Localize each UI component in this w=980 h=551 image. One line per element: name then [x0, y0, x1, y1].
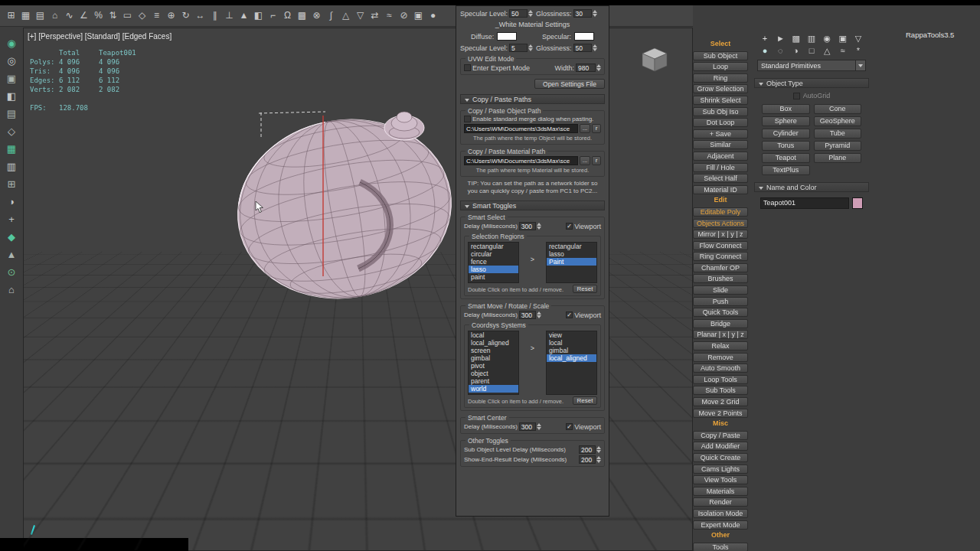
list-item[interactable]: gimbal	[469, 354, 518, 362]
left-toolbar-icon[interactable]: ⊞	[3, 176, 20, 194]
list-item[interactable]: paint	[469, 273, 518, 281]
viewcube-icon[interactable]	[641, 47, 668, 73]
tab-icon[interactable]: +	[759, 34, 771, 43]
toolbar-icon[interactable]: △	[338, 8, 353, 23]
list-item[interactable]: local	[547, 339, 596, 347]
left-toolbar-icon[interactable]: ◆	[3, 229, 20, 246]
rappatools-item[interactable]: Cams Lights	[693, 465, 748, 474]
category-icon[interactable]: ●	[759, 46, 771, 55]
rappatools-item[interactable]: Sub Tools	[693, 386, 748, 395]
left-toolbar-icon[interactable]: ◇	[3, 123, 20, 141]
primitive-button[interactable]: Box	[762, 104, 810, 114]
delay-field[interactable]: 300	[519, 422, 536, 431]
left-toolbar-icon[interactable]: ◧	[3, 88, 20, 106]
rappatools-item[interactable]: Grow Selection	[693, 84, 748, 93]
tab-icon[interactable]: ◉	[821, 34, 833, 44]
toolbar-icon[interactable]: Ω	[280, 8, 295, 23]
rappatools-item[interactable]: Loop	[693, 62, 748, 71]
object-type-rollout-header[interactable]: Object Type	[754, 78, 869, 88]
primitives-dropdown[interactable]: Standard Primitives	[757, 60, 866, 71]
tab-icon[interactable]: ▣	[837, 34, 849, 44]
toolbar-icon[interactable]: ●	[426, 8, 440, 23]
category-icon[interactable]: ≈	[837, 46, 849, 55]
coordsys-active-list[interactable]: viewlocalgimballocal_aligned	[546, 331, 597, 395]
left-toolbar-icon[interactable]: ⊙	[3, 264, 20, 282]
object-name-field[interactable]: Teapot001	[760, 197, 849, 209]
list-item[interactable]: parent	[469, 377, 518, 385]
list-item[interactable]: circular	[469, 250, 518, 258]
toolbar-icon[interactable]: ⊥	[222, 8, 237, 23]
list-item[interactable]: rectangular	[547, 243, 596, 250]
reset-button[interactable]: Reset	[573, 285, 597, 293]
material-path-r-button[interactable]: r	[592, 156, 601, 165]
rappatools-item[interactable]: Misc	[693, 419, 748, 429]
enter-expert-mode-checkbox[interactable]	[464, 64, 471, 71]
width-field[interactable]: 980	[576, 64, 596, 72]
material-path-field[interactable]: C:\Users\WM\Documents\3dsMax\sce	[464, 156, 578, 165]
list-item[interactable]: world	[469, 385, 518, 393]
list-item[interactable]: screen	[469, 347, 518, 354]
rappatools-item[interactable]: Dot Loop	[693, 118, 748, 127]
left-toolbar-icon[interactable]: ⌂	[3, 282, 20, 299]
rappatools-item[interactable]: Sub Obj Iso	[693, 107, 748, 116]
toolbar-icon[interactable]: ∠	[77, 8, 91, 23]
rappatools-item[interactable]: Sub Object	[693, 51, 748, 60]
spinner-arrows[interactable]	[596, 446, 601, 453]
tab-icon[interactable]: ▽	[852, 34, 864, 44]
specular-swatch[interactable]	[574, 32, 594, 41]
sub-object-delay-field[interactable]: 200	[579, 445, 596, 454]
toolbar-icon[interactable]: ∥	[207, 8, 222, 23]
rappatools-item[interactable]: Quick Tools	[693, 308, 748, 317]
left-toolbar-icon[interactable]: ▤	[3, 106, 20, 123]
toolbar-icon[interactable]: ◇	[135, 8, 149, 23]
toolbar-icon[interactable]: ⌂	[47, 8, 62, 23]
viewport-label[interactable]: [+] [Perspective] [Standard] [Edged Face…	[28, 32, 172, 41]
specular-level-field[interactable]: 50	[509, 9, 528, 18]
rappatools-item[interactable]: Editable Poly	[693, 207, 748, 217]
toolbar-icon[interactable]: %	[91, 8, 106, 23]
rappatools-item[interactable]: Relax	[693, 341, 748, 350]
list-item[interactable]: lasso	[469, 266, 518, 273]
copy-paste-paths-header[interactable]: Copy / Paste Paths	[460, 94, 605, 104]
toolbar-icon[interactable]: ↻	[178, 8, 193, 23]
primitive-button[interactable]: Sphere	[762, 116, 810, 126]
viewport-checkbox[interactable]: ✓	[566, 223, 573, 230]
toolbar-icon[interactable]: ⇅	[106, 8, 120, 23]
toolbar-icon[interactable]: ⌐	[266, 8, 280, 23]
rappatools-item[interactable]: Select	[693, 40, 748, 49]
primitive-button[interactable]: Plane	[814, 153, 862, 163]
left-toolbar-icon[interactable]: ◑	[3, 194, 20, 211]
spinner-arrows[interactable]	[537, 423, 541, 430]
toolbar-icon[interactable]: ⊕	[164, 8, 178, 23]
object-path-r-button[interactable]: r	[592, 124, 601, 133]
rappatools-item[interactable]: Fill / Hole	[693, 163, 748, 172]
viewport-checkbox[interactable]: ✓	[566, 311, 573, 318]
primitive-button[interactable]: Torus	[762, 141, 810, 151]
rappatools-item[interactable]: Brushes	[693, 274, 748, 283]
left-toolbar-icon[interactable]: ▥	[3, 158, 20, 176]
glossiness-field[interactable]: 50	[573, 44, 592, 52]
merge-dialog-checkbox[interactable]	[464, 116, 471, 122]
rappatools-item[interactable]: Objects Actions	[693, 219, 748, 228]
toolbar-icon[interactable]: ▲	[237, 8, 251, 23]
spinner-arrows[interactable]	[528, 44, 533, 51]
reset-button[interactable]: Reset	[573, 396, 597, 405]
category-icon[interactable]: △	[821, 46, 833, 56]
category-icon[interactable]: *	[852, 46, 864, 55]
spinner-arrows[interactable]	[596, 64, 601, 71]
rappatools-item[interactable]: Planar | x | y | z	[693, 330, 748, 339]
toolbar-icon[interactable]: ∿	[62, 8, 77, 23]
left-toolbar-icon[interactable]: ◎	[3, 53, 20, 70]
spinner-arrows[interactable]	[593, 44, 597, 51]
spinner-arrows[interactable]	[537, 311, 541, 318]
coordsys-available-list[interactable]: locallocal_alignedscreengimbalpivotobjec…	[468, 331, 519, 395]
show-end-result-delay-field[interactable]: 200	[579, 455, 596, 464]
list-item[interactable]: local_aligned	[547, 354, 596, 362]
spinner-arrows[interactable]	[537, 223, 541, 230]
smart-toggles-header[interactable]: Smart Toggles	[460, 201, 605, 210]
toolbar-icon[interactable]: ◧	[251, 8, 266, 23]
left-toolbar-icon[interactable]: ▣	[3, 70, 20, 88]
rappatools-item[interactable]: View Tools	[693, 475, 748, 484]
primitive-button[interactable]: Cylinder	[762, 129, 810, 139]
category-icon[interactable]: ◌	[774, 46, 786, 55]
